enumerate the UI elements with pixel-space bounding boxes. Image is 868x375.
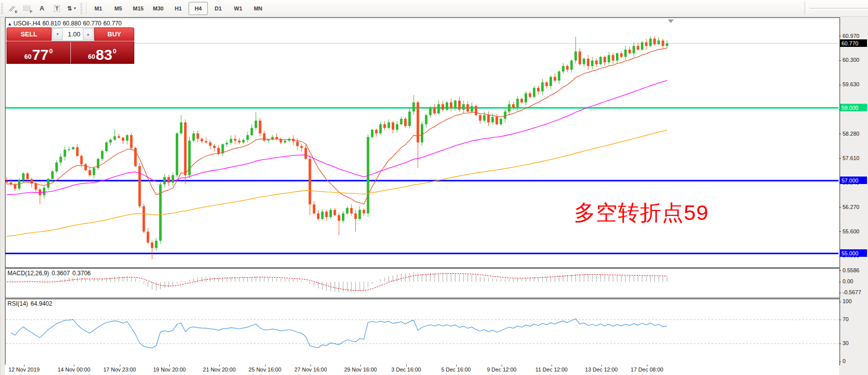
buy-price-big: 83	[96, 48, 112, 62]
price-tick-mark	[839, 231, 841, 232]
toolbar: EFAT⇅▼ M1M5M15M30H1H4D1W1MN	[0, 0, 868, 17]
timeframe-button-w1[interactable]: W1	[229, 2, 248, 15]
rsi-tick-label: 30	[843, 340, 849, 346]
equidistant-channel-tool[interactable]: E	[5, 2, 19, 15]
rsi-tick-mark	[839, 362, 841, 362]
price-tick-mark	[839, 134, 841, 134]
volume-stepper[interactable]: ▼ 1.00 ▲	[51, 27, 94, 41]
price-tick-label: 60.970	[843, 33, 860, 39]
price-badge-60.770: 60.770	[840, 39, 867, 47]
drawing-tools-group: EFAT⇅▼	[4, 2, 79, 15]
time-axis-label: 5 Dec 16:00	[432, 367, 480, 373]
sell-price-prefix: 60	[24, 53, 31, 60]
timeframe-button-d1[interactable]: D1	[209, 2, 228, 15]
buy-price-tile[interactable]: 60 83 0	[71, 42, 134, 63]
timeframe-group: M1M5M15M30H1H4D1W1MN	[88, 2, 268, 15]
rsi-indicator-panel[interactable]: RSI(14)64.9402	[5, 299, 840, 365]
macd-label: MACD(12,26,9)0.36070.3706	[7, 270, 93, 277]
rsi-tick-label: 70	[843, 316, 849, 322]
timeframe-button-m5[interactable]: M5	[109, 2, 128, 15]
price-badge-59.000: 59.000	[840, 104, 867, 111]
time-axis-label: 21 Nov 20:00	[195, 367, 243, 373]
rsi-tick-label: 0	[843, 358, 846, 364]
timeframe-button-h1[interactable]: H1	[169, 2, 188, 15]
time-axis-label: 3 Dec 16:00	[382, 367, 430, 373]
timeframe-button-mn[interactable]: MN	[249, 2, 268, 15]
symbol-period: USOil-,H4	[13, 20, 40, 27]
macd-indicator-panel[interactable]: MACD(12,26,9)0.36070.3706	[5, 268, 840, 298]
toolbar-separator	[86, 2, 86, 14]
price-tick-mark	[839, 158, 841, 159]
chart-title: ▲USOil-,H460.81060.88060.77060.770	[7, 20, 124, 27]
rsi-tick-mark	[839, 344, 841, 344]
price-tick-label: 55.600	[843, 228, 860, 234]
time-axis-label: 17 Dec 08:00	[623, 367, 671, 373]
time-axis-label: 19 Nov 20:00	[145, 367, 193, 373]
time-axis-label: 14 Nov 00:00	[50, 367, 98, 373]
symbol-arrow-icon: ▲	[7, 21, 12, 26]
price-tick-mark	[839, 207, 841, 207]
time-axis-label: 9 Dec 12:00	[478, 367, 526, 373]
tool-glyph: E	[15, 9, 17, 14]
time-axis-label: 29 Nov 16:00	[336, 367, 384, 373]
arrows-tool[interactable]: ⇅▼	[65, 2, 79, 15]
rsi-label: RSI(14)64.9402	[7, 300, 55, 307]
macd-tick-mark	[839, 282, 841, 282]
time-axis-label: 11 Dec 12:00	[528, 367, 576, 373]
macd-tick-label: -0.5677	[843, 289, 861, 295]
macd-value-1: 0.3607	[51, 270, 70, 277]
volume-increase-button[interactable]: ▲	[83, 28, 93, 40]
toolbar-divider	[805, 1, 807, 15]
fibonacci-retracement-tool[interactable]: F	[20, 2, 34, 15]
toolbar-divider	[810, 8, 868, 10]
price-tick-label: 60.300	[843, 57, 860, 63]
sell-price-big: 77	[32, 48, 48, 62]
time-axis-label: 25 Nov 16:00	[241, 367, 289, 373]
ohlc-close: 60.770	[103, 20, 122, 27]
price-tick-mark	[839, 85, 841, 85]
macd-tick-mark	[839, 270, 841, 271]
timeframe-button-h4[interactable]: H4	[189, 2, 208, 15]
time-axis-label: 27 Nov 16:00	[287, 367, 334, 373]
toolbar-grip	[80, 3, 82, 14]
sell-price-sup: 0	[49, 47, 53, 55]
chart-annotation: 多空转折点59	[574, 198, 709, 227]
macd-value-2: 0.3706	[72, 270, 91, 277]
time-axis-label: 17 Nov 23:00	[96, 367, 144, 373]
tool-glyph: F	[30, 9, 32, 14]
tool-glyph: ⇅	[67, 5, 72, 12]
text-box-tool[interactable]: T	[50, 2, 64, 15]
price-tick-label: 56.270	[843, 204, 860, 210]
buy-button[interactable]: BUY	[94, 27, 134, 41]
tool-glyph: T	[54, 5, 60, 12]
sell-button[interactable]: SELL	[6, 27, 51, 41]
volume-decrease-button[interactable]: ▼	[52, 28, 63, 40]
time-axis-label: 13 Dec 12:00	[578, 367, 625, 373]
price-badge-55.000: 55.000	[840, 249, 867, 257]
timeframe-button-m15[interactable]: M15	[129, 2, 148, 15]
timeframe-button-m30[interactable]: M30	[149, 2, 168, 15]
text-label-tool[interactable]: A	[35, 2, 49, 15]
tool-glyph: A	[39, 4, 44, 12]
sell-price-tile[interactable]: 60 77 0	[7, 42, 71, 63]
price-tick-label: 59.630	[843, 81, 860, 87]
buy-price-sup: 0	[113, 47, 116, 55]
rsi-tick-mark	[839, 320, 841, 320]
timeframe-button-m1[interactable]: M1	[89, 2, 108, 15]
price-tick-label: 57.610	[843, 155, 860, 161]
price-tick-mark	[839, 60, 841, 61]
price-tick-label: 58.280	[843, 131, 860, 137]
rsi-tick-label: 100	[843, 298, 852, 304]
ohlc-open: 60.810	[42, 20, 61, 27]
price-badge-57.000: 57.000	[840, 177, 867, 184]
chevron-down-icon: ▼	[73, 6, 77, 10]
price-tick-mark	[839, 36, 841, 36]
main-chart-panel[interactable]: ▲USOil-,H460.81060.88060.77060.770 SELL …	[5, 17, 840, 268]
time-axis[interactable]: 12 Nov 201914 Nov 00:0017 Nov 23:0019 No…	[5, 365, 839, 375]
trading-terminal: EFAT⇅▼ M1M5M15M30H1H4D1W1MN ▲USOil-,H460…	[0, 0, 868, 375]
rsi-value: 64.9402	[30, 300, 52, 307]
time-axis-label: 12 Nov 2019	[0, 367, 48, 373]
volume-input[interactable]: 1.00	[63, 28, 82, 40]
macd-tick-label: 0.00	[843, 278, 853, 284]
ohlc-low: 60.770	[83, 20, 101, 27]
